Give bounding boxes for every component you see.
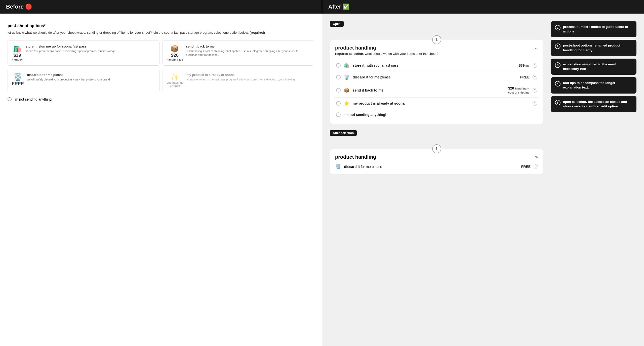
send-back-icon: 📦: [170, 45, 180, 53]
option-left-discard: 🗑️ FREE: [12, 73, 24, 87]
open-accordion-body: 🛍️ store it! with soona fast pass $39/mo…: [330, 60, 543, 124]
before-title: post-shoot options*: [8, 24, 314, 28]
option-card-store[interactable]: 🛍️ $39 monthly store it! sign me up for …: [8, 40, 159, 66]
send-back-price-sub: handling +cost of shipping: [508, 87, 530, 94]
open-accordion-card: product handling requires selection. wha…: [330, 40, 543, 124]
not-sending-label: I'm not sending anything!: [14, 97, 53, 101]
discard-radio[interactable]: [336, 75, 341, 79]
option-row-already[interactable]: ⭐ my product is already at soona ?: [334, 98, 539, 109]
selected-label-bold: discard it: [344, 165, 360, 169]
selected-price: FREE: [521, 165, 531, 169]
selected-tooltip-icon[interactable]: ?: [534, 164, 538, 169]
accordion-open-title: product handling: [335, 45, 438, 51]
before-header: Before 🔴: [0, 0, 322, 14]
not-sending-radio-label: I'm not sending anything!: [344, 113, 537, 117]
sidebar-number-3: 3: [555, 62, 560, 68]
store-price-suffix: /mo: [525, 64, 530, 67]
not-sending-label-bold: I'm not sending anything!: [344, 113, 386, 117]
already-desc: already enrolled in the fast pass progra…: [186, 78, 296, 81]
sidebar-number-1: 1: [555, 25, 560, 30]
option-row-discard[interactable]: 🗑️ discard it for me please FREE ?: [334, 71, 539, 83]
before-header-text: Before 🔴: [6, 4, 32, 10]
sidebar-number-4: 4: [555, 81, 560, 86]
already-price-line2: product: [167, 84, 184, 88]
discard-desc: we will safely discard your product in a…: [27, 78, 111, 81]
already-radio[interactable]: [336, 101, 341, 106]
after-header: After ✅: [322, 0, 644, 14]
discard-radio-price: FREE: [520, 75, 530, 79]
option-row-store[interactable]: 🛍️ store it! with soona fast pass $39/mo…: [334, 60, 539, 71]
already-radio-label: my product is already at soona: [353, 101, 530, 105]
option-left-store: 🛍️ $39 monthly: [12, 45, 23, 62]
after-main: Open 1 product handling requires selecti…: [330, 21, 543, 338]
sidebar-number-2: 2: [555, 44, 560, 49]
store-price-big: $39: [12, 53, 23, 58]
chevron-up-icon[interactable]: ︿: [534, 45, 538, 51]
not-sending-radio[interactable]: [8, 97, 12, 101]
send-back-desc: $20 handling + cost of shipping label ap…: [186, 49, 310, 57]
option-card-send-back[interactable]: 📦 $20 handling fee send it back to me $2…: [163, 40, 314, 66]
discard-title: discard it for me please: [27, 73, 111, 77]
already-row-icon: ⭐: [344, 101, 350, 106]
discard-label-rest: for me please: [369, 75, 391, 79]
edit-icon[interactable]: ✎: [535, 155, 538, 159]
not-sending-radio-after[interactable]: [336, 112, 341, 117]
fast-pass-link[interactable]: soona fast pass: [164, 31, 187, 34]
discard-tooltip-icon[interactable]: ?: [533, 75, 537, 79]
options-grid: 🛍️ $39 monthly store it! sign me up for …: [8, 40, 314, 92]
send-back-row-icon: 📦: [344, 88, 350, 93]
store-radio[interactable]: [336, 63, 341, 68]
option-row-send-back[interactable]: 📦 send it back to me $20 handling +cost …: [334, 83, 539, 98]
open-step-number-wrapper: 1: [330, 31, 543, 40]
discard-price: FREE: [12, 81, 24, 87]
sidebar-number-5: 5: [555, 100, 560, 105]
closed-step-number: 1: [432, 144, 441, 153]
selection-result-body: 🗑️ discard it for me please FREE ?: [330, 164, 543, 175]
option-card-already-at-soona[interactable]: ✨ you have my product my product is alre…: [163, 69, 314, 92]
sidebar-text-3: explanation simplified to the most neces…: [563, 62, 632, 71]
sidebar-item-5: 5 upon selection, the accordian closes a…: [551, 96, 636, 112]
sidebar-text-5: upon selection, the accordian closes and…: [563, 100, 632, 109]
accordion-open-subtitle: requires selection. what should we do wi…: [335, 52, 438, 56]
store-title: store it! sign me up for soona fast pass: [26, 45, 116, 48]
subtitle-post: storage program. select one option below…: [187, 31, 249, 34]
subtitle-rest: . what should we do with your items afte…: [363, 52, 438, 56]
option-card-discard[interactable]: 🗑️ FREE discard it for me please we will…: [8, 69, 159, 92]
open-step-number: 1: [432, 35, 441, 44]
store-radio-price: $39/mo: [519, 63, 530, 67]
closed-step-number-wrapper: 1: [330, 140, 543, 149]
send-back-tooltip-icon[interactable]: ?: [533, 88, 537, 93]
before-subtitle: let us know what we should do after your…: [8, 30, 314, 35]
send-back-price-sub: handling fee: [167, 58, 183, 61]
store-label-bold: store it!: [353, 63, 366, 67]
discard-row-icon: 🗑️: [344, 74, 350, 80]
discard-label-bold: discard it: [353, 75, 368, 79]
sidebar-item-1: 1 process numbers added to guide users t…: [551, 21, 636, 37]
store-desc: soona fast pass means easier scheduling.…: [26, 49, 116, 53]
option-left-send-back: 📦 $20 handling fee: [167, 45, 183, 62]
option-row-not-sending[interactable]: I'm not sending anything!: [334, 109, 539, 120]
sidebar-item-2: 2 post-shoot options renamed product han…: [551, 40, 636, 56]
accordion-header-top: product handling requires selection. wha…: [335, 45, 538, 56]
discard-info: discard it for me please we will safely …: [27, 73, 111, 81]
not-sending-row[interactable]: I'm not sending anything!: [8, 97, 314, 101]
open-badge-label: Open: [330, 21, 344, 27]
after-panel: After ✅ Open 1 product handling requires…: [322, 0, 644, 346]
after-header-text: After ✅: [328, 4, 349, 10]
after-selection-badge: After selection: [330, 130, 543, 140]
send-back-price: $20 handling fee: [167, 53, 183, 62]
before-content: post-shoot options* let us know what we …: [0, 14, 322, 346]
discard-radio-label: discard it for me please: [353, 75, 517, 79]
already-info: my product is already at soona already e…: [186, 73, 296, 81]
store-row-icon: 🛍️: [344, 63, 350, 68]
store-price: $39 monthly: [12, 53, 23, 62]
selected-icon: 🗑️: [335, 164, 341, 169]
required-label: (required): [250, 31, 265, 34]
send-back-label-bold: send it back to me: [353, 88, 383, 92]
send-back-radio[interactable]: [336, 88, 341, 93]
accordion-title-group: product handling requires selection. wha…: [335, 45, 438, 56]
already-title: my product is already at soona: [186, 73, 296, 77]
store-tooltip-icon[interactable]: ?: [533, 63, 537, 68]
already-tooltip-icon[interactable]: ?: [533, 101, 537, 106]
after-content: Open 1 product handling requires selecti…: [322, 14, 644, 346]
